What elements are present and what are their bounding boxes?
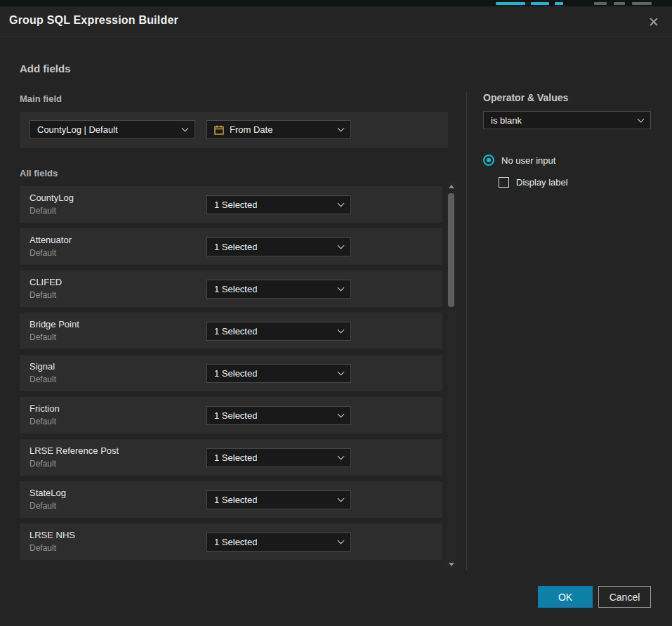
operator-value: is blank <box>491 115 522 126</box>
chevron-down-icon <box>182 125 189 132</box>
field-row: LRSE NHS Default 1 Selected <box>20 523 442 560</box>
close-icon[interactable]: ✕ <box>644 12 664 32</box>
main-field-dropdown[interactable]: From Date <box>206 120 351 139</box>
chevron-down-icon <box>338 369 345 376</box>
background-remnant <box>614 2 625 5</box>
field-selected-value: 1 Selected <box>214 495 257 505</box>
field-selected-dropdown[interactable]: 1 Selected <box>206 406 351 425</box>
chevron-down-icon <box>338 327 345 334</box>
background-strip <box>0 0 672 6</box>
display-label-checkbox[interactable]: Display label <box>499 177 568 188</box>
operator-values-heading: Operator & Values <box>483 92 568 103</box>
field-name: Bridge Point <box>29 319 79 330</box>
field-row: StateLog Default 1 Selected <box>20 481 442 518</box>
field-name: CountyLog <box>29 193 74 203</box>
field-selected-dropdown[interactable]: 1 Selected <box>206 364 351 383</box>
field-subtitle: Default <box>29 248 56 258</box>
background-remnant <box>632 2 652 5</box>
scroll-up-icon[interactable] <box>447 182 456 190</box>
main-source-value: CountyLog | Default <box>37 124 118 135</box>
background-remnant <box>531 2 549 5</box>
field-selected-dropdown[interactable]: 1 Selected <box>206 195 351 214</box>
main-field-panel: CountyLog | Default From Date <box>20 112 448 148</box>
field-subtitle: Default <box>29 543 56 553</box>
field-row: Signal Default 1 Selected <box>20 355 442 391</box>
chevron-down-icon <box>338 125 345 132</box>
field-selected-dropdown[interactable]: 1 Selected <box>206 533 351 552</box>
field-selected-value: 1 Selected <box>214 200 257 210</box>
operator-dropdown[interactable]: is blank <box>483 111 651 129</box>
chevron-down-icon <box>338 411 345 418</box>
field-name: Attenuator <box>29 235 72 245</box>
field-subtitle: Default <box>29 290 56 300</box>
calendar-icon <box>214 125 224 135</box>
chevron-down-icon <box>338 200 345 207</box>
main-field-value: From Date <box>230 124 272 135</box>
field-subtitle: Default <box>29 206 56 216</box>
field-selected-value: 1 Selected <box>214 537 257 547</box>
field-subtitle: Default <box>29 374 56 384</box>
field-selected-dropdown[interactable]: 1 Selected <box>206 448 351 467</box>
field-subtitle: Default <box>29 501 56 511</box>
background-remnant <box>496 2 525 5</box>
scroll-down-icon[interactable] <box>447 560 456 568</box>
radio-selected-icon <box>483 155 494 166</box>
field-selected-value: 1 Selected <box>214 326 257 337</box>
field-selected-value: 1 Selected <box>214 410 257 421</box>
no-user-input-radio[interactable]: No user input <box>483 155 555 166</box>
chevron-down-icon <box>338 453 345 460</box>
group-sql-expression-builder-dialog: Group SQL Expression Builder ✕ Add field… <box>0 6 672 626</box>
field-subtitle: Default <box>29 332 56 342</box>
add-fields-heading: Add fields <box>20 63 71 74</box>
field-selected-value: 1 Selected <box>214 368 257 379</box>
chevron-down-icon <box>338 242 345 249</box>
field-selected-value: 1 Selected <box>214 284 257 294</box>
field-row: CountyLog Default 1 Selected <box>20 186 442 223</box>
dialog-title: Group SQL Expression Builder <box>9 14 178 27</box>
chevron-down-icon <box>338 537 345 545</box>
field-subtitle: Default <box>29 459 56 469</box>
field-name: Friction <box>29 403 60 414</box>
field-name: LRSE NHS <box>29 530 75 540</box>
field-row: Attenuator Default 1 Selected <box>20 228 442 265</box>
main-source-dropdown[interactable]: CountyLog | Default <box>29 120 195 139</box>
chevron-down-icon <box>338 285 345 292</box>
field-row: CLIFED Default 1 Selected <box>20 270 442 307</box>
field-name: Signal <box>29 361 55 372</box>
all-fields-list: CountyLog Default 1 Selected Attenuator … <box>20 186 442 566</box>
field-selected-dropdown[interactable]: 1 Selected <box>206 322 351 341</box>
field-selected-dropdown[interactable]: 1 Selected <box>206 280 351 299</box>
background-remnant <box>594 2 607 5</box>
field-row: LRSE Reference Post Default 1 Selected <box>20 439 442 476</box>
checkbox-unchecked-icon <box>499 177 509 188</box>
field-name: StateLog <box>29 488 66 498</box>
field-row: Bridge Point Default 1 Selected <box>20 313 442 349</box>
panel-divider <box>466 92 467 570</box>
all-fields-label: All fields <box>20 168 58 178</box>
chevron-down-icon <box>338 495 345 502</box>
background-remnant <box>555 2 563 5</box>
field-row: Friction Default 1 Selected <box>20 397 442 433</box>
field-name: CLIFED <box>29 277 62 287</box>
field-selected-value: 1 Selected <box>214 452 257 463</box>
field-name: LRSE Reference Post <box>29 445 119 456</box>
main-field-label: Main field <box>20 93 62 104</box>
field-selected-value: 1 Selected <box>214 242 257 252</box>
scrollbar-thumb[interactable] <box>448 193 454 307</box>
no-user-input-label: No user input <box>501 155 555 166</box>
field-selected-dropdown[interactable]: 1 Selected <box>206 490 351 509</box>
field-subtitle: Default <box>29 417 56 426</box>
chevron-down-icon <box>638 115 645 122</box>
dialog-title-bar: Group SQL Expression Builder ✕ <box>0 6 672 37</box>
ok-button[interactable]: OK <box>538 586 593 608</box>
list-scrollbar[interactable] <box>447 182 456 568</box>
field-selected-dropdown[interactable]: 1 Selected <box>206 237 351 256</box>
cancel-button[interactable]: Cancel <box>598 586 651 608</box>
display-label-label: Display label <box>516 177 568 188</box>
